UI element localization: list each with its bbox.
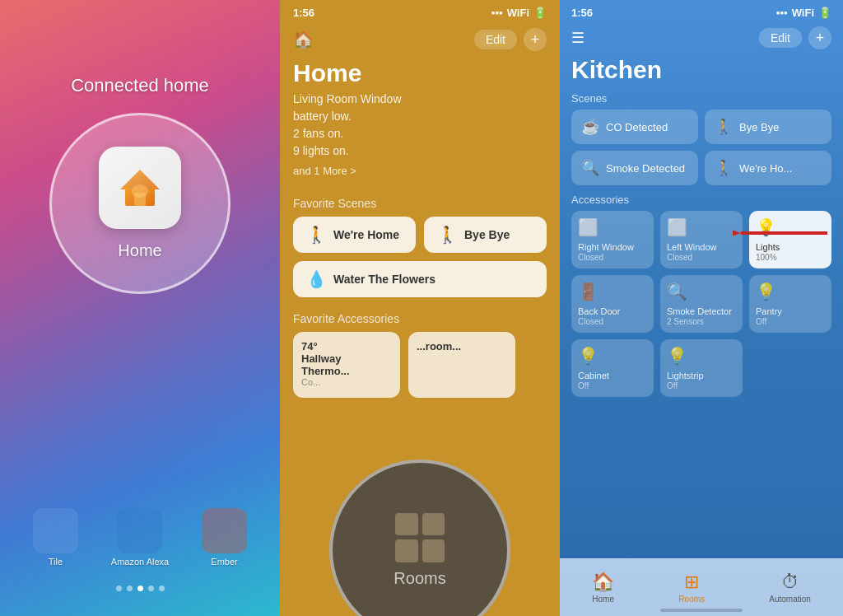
ember-label: Ember — [211, 557, 237, 567]
status-icons-2: ▪▪▪ WiFi 🔋 — [491, 7, 547, 19]
acc-lightstrip[interactable]: 💡 Lightstrip Off — [660, 339, 743, 397]
rooms-circle-overlay[interactable]: Rooms — [329, 460, 510, 616]
wifi-icon-3: WiFi — [792, 7, 814, 19]
home-screen-content: Connected home — [0, 0, 280, 370]
status-time-3: 1:56 — [571, 7, 593, 19]
acc-left-window[interactable]: ⬜ Left Window Closed — [660, 211, 743, 268]
water-flowers-icon: 💧 — [306, 269, 327, 289]
panel-iphone-home: Connected home — [0, 0, 280, 616]
smoke-detected-label: Smoke Detected — [606, 162, 685, 175]
dot-4 — [148, 586, 154, 591]
left-window-sub: Closed — [667, 253, 736, 262]
smoke-detector-name: Smoke Detector — [667, 306, 736, 317]
status-bar-3: 1:56 ▪▪▪ WiFi 🔋 — [560, 0, 843, 25]
pantry-sub: Off — [756, 317, 825, 326]
cabinet-sub: Off — [578, 381, 647, 390]
water-flowers-label: Water The Flowers — [333, 273, 435, 286]
nav-automation-icon: ⏱ — [781, 572, 799, 593]
acc-card-hallway[interactable]: 74° Hallway Thermo... Co... — [293, 332, 400, 398]
rooms-tile-1 — [395, 513, 418, 536]
rooms-label: Rooms — [394, 569, 445, 588]
status-time-2: 1:56 — [293, 7, 314, 19]
edit-button-2[interactable]: Edit — [474, 30, 517, 49]
acc-room-name: ...room... — [417, 340, 507, 352]
scene-were-home[interactable]: 🚶 We're Home — [293, 217, 416, 253]
pantry-name: Pantry — [756, 306, 825, 317]
add-button-2[interactable]: + — [524, 28, 547, 51]
back-door-sub: Closed — [578, 317, 647, 326]
status-bar-2: 1:56 ▪▪▪ WiFi 🔋 — [280, 0, 560, 25]
menu-icon[interactable]: ☰ — [571, 29, 585, 47]
signal-icon: ▪▪▪ — [491, 7, 503, 19]
favorite-accessories-label: Favorite Accessories — [280, 306, 560, 332]
red-arrow — [733, 221, 831, 249]
dot-5 — [159, 586, 165, 591]
arrow-svg — [733, 221, 831, 245]
kitchen-title: Kitchen — [560, 56, 843, 89]
were-home-label: We're Home — [333, 228, 399, 241]
battery-icon-3: 🔋 — [818, 7, 831, 19]
lightstrip-sub: Off — [667, 381, 736, 390]
acc-pantry[interactable]: 💡 Pantry Off — [749, 275, 831, 333]
acc-hallway-name: Hallway Thermo... — [301, 352, 392, 377]
dot-2 — [127, 586, 133, 591]
were-home-3-icon: 🚶 — [715, 159, 733, 177]
svg-point-3 — [132, 184, 148, 198]
acc-card-room[interactable]: ...room... — [408, 332, 515, 398]
right-window-icon: ⬜ — [578, 217, 647, 237]
cabinet-name: Cabinet — [578, 370, 647, 381]
right-window-name: Right Window — [578, 241, 647, 253]
magnify-circle: Home — [49, 113, 231, 294]
left-window-icon: ⬜ — [667, 217, 736, 237]
alexa-label: Amazon Alexa — [111, 557, 169, 567]
kitchen-scenes-grid: ☕ CO Detected 🚶 Bye Bye 🔍 Smoke Detected… — [560, 110, 843, 190]
right-window-sub: Closed — [578, 253, 647, 262]
acc-cabinet[interactable]: 💡 Cabinet Off — [571, 339, 654, 397]
kitchen-header-actions: Edit + — [759, 26, 831, 49]
ember-app-icon — [202, 508, 247, 553]
nav-rooms[interactable]: ⊞ Rooms — [678, 572, 705, 604]
acc-right-window[interactable]: ⬜ Right Window Closed — [571, 211, 654, 268]
scene-were-home-3[interactable]: 🚶 We're Ho... — [705, 151, 831, 185]
rooms-tile-3 — [395, 539, 418, 562]
scene-water-flowers[interactable]: 💧 Water The Flowers — [293, 261, 547, 297]
dock-item-ember[interactable]: Ember — [202, 508, 247, 567]
lightstrip-name: Lightstrip — [667, 370, 736, 381]
rooms-tile-4 — [422, 539, 445, 562]
dock-item-tile[interactable]: Tile — [33, 508, 78, 567]
scene-co-detected[interactable]: ☕ CO Detected — [571, 110, 698, 144]
wifi-icon: WiFi — [507, 7, 529, 19]
scene-bye-bye-3[interactable]: 🚶 Bye Bye — [705, 110, 831, 144]
bye-bye-3-icon: 🚶 — [715, 118, 733, 136]
alexa-app-icon — [117, 508, 162, 553]
bottom-navigation: 🏠 Home ⊞ Rooms ⏱ Automation — [560, 558, 843, 616]
dock-item-alexa[interactable]: Amazon Alexa — [111, 508, 169, 567]
kitchen-header: ☰ Edit + — [560, 25, 843, 56]
add-button-3[interactable]: + — [808, 26, 831, 49]
favorite-scenes-label: Favorite Scenes — [280, 190, 560, 217]
scene-bye-bye[interactable]: 🚶 Bye Bye — [424, 217, 547, 253]
scenes-row-2: 💧 Water The Flowers — [280, 261, 560, 306]
home-nav-icon: 🏠 — [293, 30, 314, 49]
scene-smoke-detected[interactable]: 🔍 Smoke Detected — [571, 151, 698, 185]
co-detected-icon: ☕ — [581, 118, 599, 136]
home-title: Home — [280, 59, 560, 91]
acc-smoke-detector[interactable]: 🔍 Smoke Detector 2 Sensors — [660, 275, 743, 333]
nav-automation[interactable]: ⏱ Automation — [769, 572, 811, 604]
tile-app-icon — [33, 508, 78, 553]
edit-button-3[interactable]: Edit — [759, 28, 802, 48]
nav-home[interactable]: 🏠 Home — [592, 572, 614, 604]
subtitle-line4: 9 lights on. — [293, 144, 349, 157]
nav-home-icon: 🏠 — [592, 572, 614, 593]
lights-sub: 100% — [756, 253, 825, 262]
tile-label: Tile — [49, 557, 63, 567]
home-app-icon[interactable] — [99, 147, 181, 229]
status-icons-3: ▪▪▪ WiFi 🔋 — [776, 7, 831, 19]
more-link[interactable]: and 1 More > — [280, 165, 560, 190]
home-app-header: 🏠 Edit + — [280, 25, 560, 59]
acc-back-door[interactable]: 🚪 Back Door Closed — [571, 275, 654, 333]
left-window-name: Left Window — [667, 241, 736, 253]
smoke-detector-sub: 2 Sensors — [667, 317, 736, 326]
acc-hallway-sub: Co... — [301, 377, 392, 387]
rooms-icon-container — [395, 513, 445, 562]
